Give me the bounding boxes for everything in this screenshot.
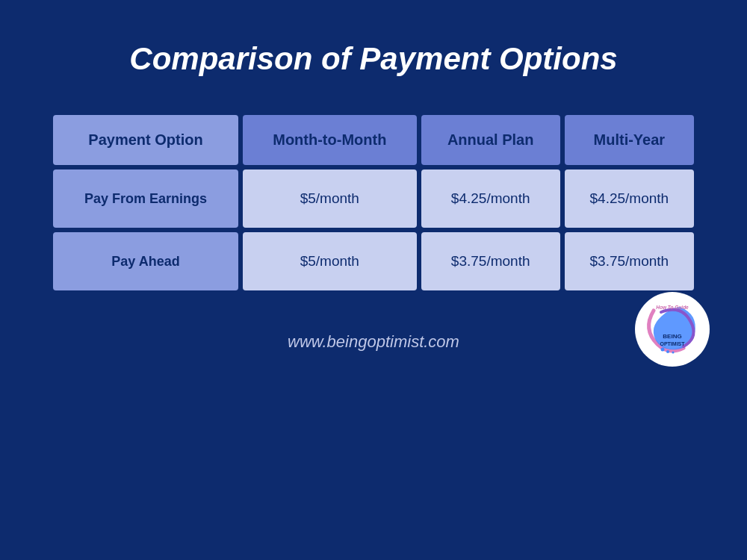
logo: How To Guide BEING OPTIMIST	[635, 292, 710, 367]
table-row: Pay From Earnings $5/month $4.25/month $…	[53, 169, 694, 228]
row1-month-to-month: $5/month	[243, 169, 417, 228]
header-payment-option: Payment Option	[53, 115, 238, 165]
row2-annual-plan: $3.75/month	[421, 232, 560, 290]
svg-point-3	[672, 352, 675, 354]
row1-option-label: Pay From Earnings	[53, 169, 238, 228]
svg-point-2	[666, 350, 669, 353]
row1-annual-plan: $4.25/month	[421, 169, 560, 228]
row2-month-to-month: $5/month	[243, 232, 417, 290]
table-header-row: Payment Option Month-to-Month Annual Pla…	[53, 115, 694, 165]
footer: www.beingoptimist.com How To Guide	[0, 332, 747, 352]
row1-multi-year: $4.25/month	[565, 169, 694, 228]
svg-text:BEING: BEING	[663, 333, 681, 340]
website-url: www.beingoptimist.com	[288, 332, 459, 352]
header-month-to-month: Month-to-Month	[243, 115, 417, 165]
row2-multi-year: $3.75/month	[565, 232, 694, 290]
header-multi-year: Multi-Year	[565, 115, 694, 165]
comparison-table: Payment Option Month-to-Month Annual Pla…	[49, 111, 698, 295]
header-annual-plan: Annual Plan	[421, 115, 560, 165]
logo-swirl-icon: How To Guide BEING OPTIMIST	[639, 296, 706, 363]
table-row: Pay Ahead $5/month $3.75/month $3.75/mon…	[53, 232, 694, 290]
svg-text:OPTIMIST: OPTIMIST	[660, 341, 685, 346]
svg-point-1	[661, 348, 665, 352]
logo-circle: How To Guide BEING OPTIMIST	[635, 292, 710, 367]
page-title: Comparison of Payment Options	[129, 41, 617, 77]
svg-text:How To Guide: How To Guide	[656, 305, 689, 310]
row2-option-label: Pay Ahead	[53, 232, 238, 290]
